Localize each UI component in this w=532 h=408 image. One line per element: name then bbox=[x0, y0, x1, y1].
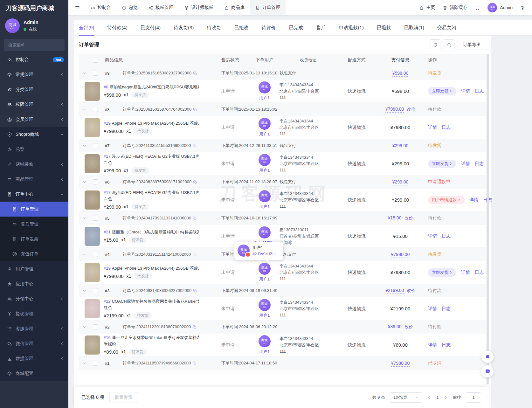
order-amount[interactable]: ¥7980.00 bbox=[391, 252, 410, 258]
row-checkbox[interactable] bbox=[93, 216, 98, 221]
sidebar-item[interactable]: 店铺装修 bbox=[0, 157, 68, 172]
sidebar-item[interactable]: 充值订单 bbox=[0, 246, 68, 261]
action-link[interactable]: 日志 bbox=[442, 125, 451, 130]
change-price-link[interactable]: 改价 bbox=[404, 216, 413, 220]
primary-action-button[interactable]: 用户申请退款 bbox=[428, 196, 465, 204]
sidebar-item[interactable]: 会员管理 bbox=[0, 112, 68, 127]
change-price-link[interactable]: 改价 bbox=[407, 288, 415, 293]
topbar-nav-item[interactable]: 控制台 bbox=[85, 0, 116, 15]
sidebar-item[interactable]: 客服管理 bbox=[0, 321, 68, 336]
primary-action-button[interactable]: 立即发货 bbox=[428, 87, 456, 95]
refresh-button[interactable] bbox=[430, 39, 440, 50]
status-tab[interactable]: 交易关闭 bbox=[437, 20, 456, 35]
action-link[interactable]: 详情 bbox=[428, 306, 437, 312]
admin-menu[interactable]: 商城 · B2C · Admin bbox=[487, 3, 513, 12]
buyer-name-link[interactable]: 用户1 bbox=[259, 131, 270, 137]
action-link[interactable]: 日志 bbox=[475, 161, 484, 167]
expand-row-icon[interactable] bbox=[82, 71, 86, 75]
sidebar-item[interactable]: Shopro商城 bbox=[0, 127, 68, 142]
order-amount[interactable]: ¥89.00 bbox=[388, 324, 402, 330]
action-link[interactable]: 日志 bbox=[442, 342, 451, 348]
copy-icon[interactable] bbox=[193, 107, 197, 112]
expand-row-icon[interactable] bbox=[82, 216, 86, 220]
sidebar-item[interactable]: 用户管理 bbox=[0, 261, 68, 276]
row-checkbox[interactable] bbox=[93, 143, 98, 148]
copy-icon[interactable] bbox=[192, 361, 197, 365]
action-link[interactable]: 日志 bbox=[475, 270, 484, 275]
prev-page-button[interactable] bbox=[427, 395, 432, 400]
notification-fab[interactable] bbox=[481, 351, 494, 363]
buyer-name-link[interactable]: 用户1 bbox=[259, 276, 270, 282]
fullscreen-button[interactable] bbox=[475, 5, 480, 10]
action-link[interactable]: 日志 bbox=[475, 88, 484, 94]
sidebar-item[interactable]: 商品管理 bbox=[0, 172, 68, 187]
order-amount[interactable]: ¥598.00 bbox=[392, 71, 409, 77]
chat-fab[interactable] bbox=[481, 365, 494, 377]
copy-icon[interactable] bbox=[192, 252, 197, 257]
sidebar-item[interactable]: 分类管理 bbox=[0, 82, 68, 97]
topbar-nav-item[interactable]: 模板管理 bbox=[143, 0, 179, 15]
topbar-nav-item[interactable]: 设计师模板 bbox=[179, 0, 219, 15]
action-link[interactable]: 日志 bbox=[442, 306, 451, 312]
action-link[interactable]: 详情 bbox=[461, 161, 470, 167]
status-tab[interactable]: 已取消(1) bbox=[404, 20, 424, 35]
current-page[interactable]: 1 bbox=[436, 395, 439, 400]
primary-action-button[interactable]: 立即发货 bbox=[428, 160, 456, 168]
copy-icon[interactable] bbox=[192, 144, 197, 148]
change-price-link[interactable]: 改价 bbox=[404, 324, 413, 329]
buyer-name-link[interactable]: 用户1 bbox=[259, 95, 270, 101]
copy-icon[interactable] bbox=[193, 180, 197, 184]
expand-row-icon[interactable] bbox=[82, 252, 86, 257]
status-tab[interactable]: 售后 bbox=[316, 20, 326, 35]
expand-row-icon[interactable] bbox=[82, 325, 86, 329]
home-link[interactable]: 主页 bbox=[419, 5, 435, 10]
status-tab[interactable]: 申请退款(1) bbox=[339, 20, 363, 35]
goto-page-input[interactable] bbox=[466, 392, 481, 403]
row-checkbox[interactable] bbox=[93, 324, 98, 329]
status-tab[interactable]: 待收货 bbox=[207, 20, 221, 35]
sidebar-item[interactable]: 常规管理 bbox=[0, 67, 68, 82]
row-checkbox[interactable] bbox=[93, 179, 98, 184]
expand-row-icon[interactable] bbox=[82, 107, 86, 112]
search-button[interactable] bbox=[444, 39, 454, 50]
topbar-nav-item[interactable]: 总览 bbox=[116, 0, 143, 15]
sidebar-item[interactable]: 控制台 hot bbox=[0, 52, 68, 67]
row-checkbox[interactable] bbox=[93, 107, 98, 112]
status-tab[interactable]: 待付款(4) bbox=[107, 20, 127, 35]
primary-action-button[interactable]: 立即发货 bbox=[428, 268, 456, 277]
copy-icon[interactable] bbox=[193, 71, 197, 75]
action-link[interactable]: 详情 bbox=[461, 270, 470, 275]
sidebar-item[interactable]: 分销中心 bbox=[0, 291, 68, 306]
status-tab[interactable]: 全部(9) bbox=[79, 20, 94, 35]
expand-row-icon[interactable] bbox=[82, 361, 86, 365]
row-checkbox[interactable] bbox=[93, 71, 98, 76]
sidebar-item[interactable]: 售后管理 bbox=[0, 217, 68, 232]
order-amount[interactable]: ¥299.00 bbox=[392, 179, 409, 185]
status-tab[interactable]: 已拒收 bbox=[234, 20, 248, 35]
action-link[interactable]: 详情 bbox=[469, 197, 478, 203]
buyer-name-link[interactable]: 用户1 bbox=[259, 349, 270, 355]
row-checkbox[interactable] bbox=[93, 361, 98, 366]
clear-cache-link[interactable]: 清除缓存 bbox=[443, 5, 467, 10]
sidebar-item[interactable]: 数据管理 bbox=[0, 351, 68, 366]
copy-icon[interactable] bbox=[192, 325, 197, 329]
sidebar-item[interactable]: 权限管理 bbox=[0, 97, 68, 112]
buyer-name-link[interactable]: 用户1 bbox=[259, 168, 270, 173]
select-all-checkbox[interactable] bbox=[93, 58, 98, 63]
sidebar-item[interactable]: 商城配置 bbox=[0, 366, 68, 381]
next-page-button[interactable] bbox=[444, 395, 448, 400]
action-link[interactable]: 详情 bbox=[461, 88, 470, 94]
order-amount[interactable]: ¥15.00 bbox=[388, 215, 402, 221]
action-link[interactable]: 详情 bbox=[428, 125, 437, 130]
order-amount[interactable]: ¥7980.00 bbox=[391, 361, 410, 367]
expand-row-icon[interactable] bbox=[82, 289, 86, 293]
order-amount[interactable]: ¥7980.00 bbox=[385, 107, 404, 113]
buyer-name-link[interactable]: 用户1 bbox=[259, 204, 270, 210]
change-price-link[interactable]: 改价 bbox=[407, 107, 415, 112]
page-size-select[interactable]: 10条/页 bbox=[390, 392, 422, 403]
expand-row-icon[interactable] bbox=[82, 144, 86, 148]
sidebar-item[interactable]: 订单管理 bbox=[0, 202, 68, 217]
topbar-nav-item[interactable]: 商品库 bbox=[219, 0, 250, 15]
sidebar-item[interactable]: 提现管理 bbox=[0, 306, 68, 321]
expand-row-icon[interactable] bbox=[82, 180, 86, 184]
